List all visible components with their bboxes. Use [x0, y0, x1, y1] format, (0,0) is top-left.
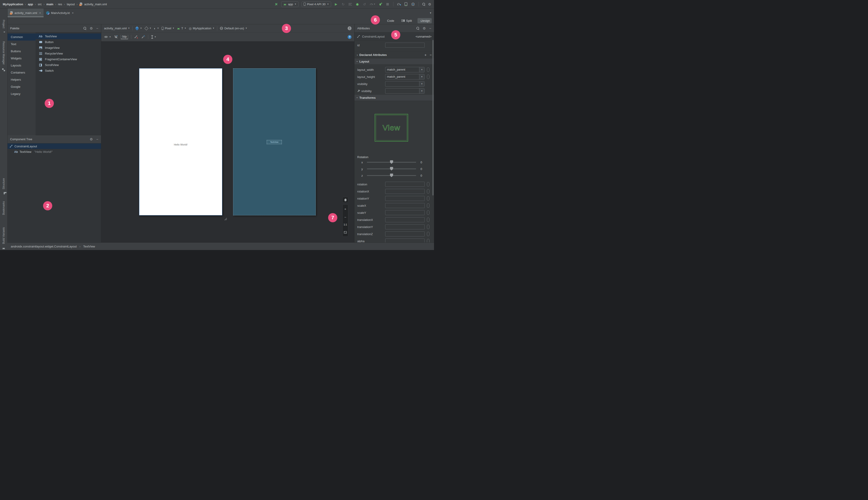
palette-component-button[interactable]: Button	[35, 39, 101, 45]
palette-component-recyclerview[interactable]: RecyclerView	[35, 50, 101, 56]
palette-gear-icon[interactable]: ⚙	[90, 26, 93, 30]
layout-warnings-badge[interactable]: !	[347, 26, 352, 30]
status-segment[interactable]: TextView	[83, 245, 95, 248]
remove-attribute-icon[interactable]: −	[430, 53, 432, 57]
stripe-project-label[interactable]: Project	[2, 20, 5, 28]
slider-thumb[interactable]	[390, 173, 393, 177]
id-input[interactable]	[385, 43, 425, 48]
transforms-section-header[interactable]: › Transforms	[354, 94, 434, 101]
guidelines-selector[interactable]: ▼	[151, 35, 156, 39]
combo-dropdown-icon[interactable]: ▼	[419, 67, 424, 72]
tree-node-constraintlayout[interactable]: ConstraintLayout	[7, 144, 101, 149]
attribute-input-alpha[interactable]	[385, 239, 425, 243]
stripe-bookmarks-label[interactable]: Bookmarks	[2, 201, 5, 215]
status-segment[interactable]: androidx.constraintlayout.widget.Constra…	[11, 245, 77, 248]
profiler-low-overhead-button[interactable]: ↺	[363, 2, 367, 6]
clear-constraints-button[interactable]: ×	[134, 35, 138, 39]
attribute-input-scaleY[interactable]	[385, 210, 425, 215]
design-view-phone[interactable]: Hello World!	[139, 68, 222, 215]
palette-category-layouts[interactable]: Layouts	[7, 62, 35, 69]
breadcrumb-item[interactable]: src	[38, 2, 42, 6]
attribute-input-rotationY[interactable]	[385, 196, 425, 201]
slider-track[interactable]	[367, 162, 416, 162]
breadcrumb-item[interactable]: layout	[67, 2, 75, 6]
zoom-out-button[interactable]: −	[344, 215, 346, 219]
apply-code-changes-button[interactable]	[348, 2, 352, 6]
breadcrumb-item[interactable]: app	[28, 2, 33, 6]
autoconnect-toggle[interactable]	[114, 35, 118, 39]
slider-thumb[interactable]	[390, 167, 393, 170]
component-tree-minimize-icon[interactable]: −	[96, 137, 98, 141]
palette-category-buttons[interactable]: Buttons	[7, 48, 35, 55]
attribute-input-rotationX[interactable]	[385, 189, 425, 194]
palette-category-text[interactable]: Text	[7, 41, 35, 48]
stripe-build-variants-label[interactable]: Build Variants	[2, 227, 5, 244]
locale-selector[interactable]: Default (en-us) ▼	[220, 26, 247, 30]
attribute-combo-visibility[interactable]: ▼	[385, 88, 425, 94]
slider-thumb[interactable]	[390, 160, 393, 164]
attribute-input-translationX[interactable]	[385, 217, 425, 222]
search-everywhere-icon[interactable]	[422, 3, 425, 6]
attribute-toggle-pill[interactable]	[427, 217, 430, 222]
orientation-selector[interactable]: ▼	[145, 27, 151, 30]
gradle-sync-icon[interactable]	[397, 2, 401, 6]
profile-button[interactable]: ▼	[369, 2, 376, 6]
zoom-to-fit-button[interactable]	[344, 231, 347, 234]
view-mode-split[interactable]: Split	[400, 18, 414, 23]
palette-component-scrollview[interactable]: ScrollView	[35, 62, 101, 68]
blueprint-view-phone[interactable]: TextView	[233, 68, 316, 215]
tab-list-chevron-icon[interactable]: ▼	[430, 12, 434, 14]
attribute-toggle-pill[interactable]	[427, 75, 430, 79]
attribute-combo-visibility[interactable]: ▼	[385, 81, 425, 87]
combo-control[interactable]: ▼	[385, 88, 425, 94]
theme-selector[interactable]: ◎ MyApplication ▼	[189, 26, 215, 30]
layout-section-header[interactable]: › Layout	[354, 58, 434, 65]
attribute-combo-layout_height[interactable]: match_parent▼	[385, 74, 425, 80]
attribute-toggle-pill[interactable]	[427, 239, 430, 242]
default-margin-button[interactable]: 0dp	[121, 35, 128, 39]
view-mode-design[interactable]: Design	[418, 18, 432, 23]
attribute-toggle-pill[interactable]	[427, 67, 430, 72]
attribute-toggle-pill[interactable]	[427, 189, 430, 193]
build-variants-android-icon[interactable]	[2, 247, 5, 249]
debug-button[interactable]	[355, 2, 359, 6]
attribute-toggle-pill[interactable]	[427, 211, 430, 215]
palette-component-imageview[interactable]: ImageView	[35, 45, 101, 50]
resize-handle-icon[interactable]	[224, 217, 227, 220]
run-button[interactable]: ▶	[334, 2, 338, 6]
palette-category-helpers[interactable]: Helpers	[7, 76, 35, 83]
combo-control[interactable]: ▼	[385, 81, 425, 87]
attribute-toggle-pill[interactable]	[427, 196, 430, 201]
breadcrumb-item[interactable]: MyApplication	[3, 2, 23, 6]
stripe-resource-manager-label[interactable]: Resource Manager	[2, 41, 5, 65]
editor-tab[interactable]: <>activity_main.xml×	[7, 9, 44, 17]
palette-search-icon[interactable]	[83, 27, 87, 30]
zoom-100-button[interactable]: 1:1	[344, 224, 347, 226]
device-manager-icon[interactable]	[404, 2, 408, 6]
view-mode-code[interactable]: Code	[384, 18, 396, 23]
attribute-combo-layout_width[interactable]: match_parent▼	[385, 67, 425, 72]
attribute-toggle-pill[interactable]	[427, 225, 430, 229]
attribute-input-translationY[interactable]	[385, 224, 425, 229]
stop-button[interactable]	[386, 2, 390, 6]
slider-track[interactable]	[367, 168, 416, 169]
palette-category-google[interactable]: Google	[7, 83, 35, 90]
combo-dropdown-icon[interactable]: ▼	[419, 89, 424, 93]
palette-component-fragmentcontainerview[interactable]: FragmentContainerView	[35, 56, 101, 62]
component-tree-gear-icon[interactable]: ⚙	[90, 137, 93, 141]
attach-debugger-button[interactable]	[378, 2, 383, 6]
palette-minimize-icon[interactable]: −	[96, 26, 98, 30]
slider-track[interactable]	[367, 175, 416, 176]
attributes-search-icon[interactable]	[416, 27, 419, 30]
apply-changes-button[interactable]: ↻	[341, 2, 345, 6]
tree-node-textview[interactable]: AbTextView"Hello World!"	[7, 149, 101, 155]
combo-dropdown-icon[interactable]: ▼	[419, 81, 424, 87]
tab-close-icon[interactable]: ×	[72, 11, 74, 15]
design-textview[interactable]: Hello World!	[139, 143, 222, 146]
palette-category-common[interactable]: Common	[7, 33, 35, 41]
editor-tab[interactable]: MainActivity.kt×	[44, 9, 76, 17]
stripe-structure-label[interactable]: Structure	[2, 178, 5, 190]
design-surface[interactable]: Hello World! TextView + − 1:1	[101, 42, 354, 242]
device-selector[interactable]: Pixel 4 API 30 ▼	[301, 1, 331, 7]
zoom-in-button[interactable]: +	[344, 207, 346, 211]
